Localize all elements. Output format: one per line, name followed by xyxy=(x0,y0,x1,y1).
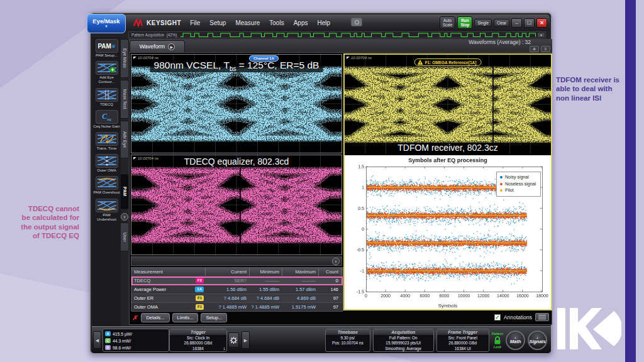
measurement-table: Measurement Current Minimum Maximum Coun… xyxy=(131,267,343,311)
pattern-dropdown-button[interactable]: ▼ xyxy=(537,32,545,38)
table-button-row: ✗ Details... Limits... Setup... xyxy=(131,313,227,322)
math-button[interactable]: ▲ Math xyxy=(506,331,525,350)
pattern-lock-indicator: Pattern Lock xyxy=(492,332,503,349)
tab-mask-test[interactable]: Mask Test xyxy=(121,80,129,119)
annotations-toggle-row: ✓ Annotations xyxy=(494,313,549,321)
menu-hamburger-icon[interactable]: ≡ xyxy=(541,46,550,52)
scroll-left-button[interactable]: ◀ xyxy=(93,331,101,349)
sidebar-item-label: TDECQ xyxy=(100,102,113,107)
tab-adv-eye[interactable]: Adv Eye xyxy=(121,121,129,158)
pattern-acquisition-bar: Pattern Acquisition (42%) ▼ xyxy=(128,31,546,38)
minimize-button[interactable]: – xyxy=(511,18,522,28)
timestamp-label: 10.00704 ns xyxy=(133,156,158,160)
source-badge: 1A xyxy=(195,287,204,292)
clear-button[interactable]: Clear xyxy=(494,19,509,27)
play-icon[interactable]: ▶ xyxy=(168,43,175,50)
acquisition-title: Acquisition xyxy=(374,329,433,335)
details-button[interactable]: Details... xyxy=(141,313,169,322)
menu-help[interactable]: Help xyxy=(317,19,330,26)
table-row-average-power[interactable]: Average Power 1A 1.56 dBm 1.55 dBm 1.57 … xyxy=(131,285,343,294)
eye-mask-mode-button[interactable]: Eye/Mask ▼ xyxy=(87,14,126,33)
sidebar-item-pam-overshoot[interactable]: PAM Overshoot xyxy=(93,176,120,195)
source-badge: F1 xyxy=(196,304,204,310)
frame-trigger-panel[interactable]: Frame Trigger Src: Front Panel 26.880000… xyxy=(436,329,489,352)
background-purple-bar xyxy=(625,0,636,362)
trigger-corner-number: 1 xyxy=(223,347,225,351)
collapse-bar[interactable]: ∨ xyxy=(131,256,342,266)
setup-button[interactable]: Setup... xyxy=(201,313,227,322)
tab-waveform[interactable]: Waveform ▶ xyxy=(130,40,185,52)
scroll-right-button[interactable]: ▶ xyxy=(242,331,250,349)
chart-title: Symbols after EQ processing xyxy=(345,157,551,163)
eye-yellow-title: TDFOM receiver, 802.3cz xyxy=(394,143,502,153)
sidebar-item-ceq-noise-gain[interactable]: Ceq Ceq Noise Gain xyxy=(93,110,120,129)
trigger-panel[interactable]: Trigger Src: Clock In 26.880000 GBd 1638… xyxy=(169,329,227,352)
table-row-outer-er[interactable]: Outer ER F1 ? 4.684 dB ? 4.684 dB 4.869 … xyxy=(131,294,343,303)
eye-diagram-cyan-panel[interactable]: 10.00704 ns Channel 1A 980nm VCSEL, Tbs … xyxy=(131,54,342,153)
annotations-label: Annotations xyxy=(504,314,532,321)
sidebar-item-pam-setup[interactable]: PAM⊕ PAM Setup... xyxy=(93,39,120,58)
eye-diagram-yellow-panel[interactable]: 10.00704 ns ! F1: OMEGA Reference[1A] TD… xyxy=(345,55,551,154)
delete-measurement-icon[interactable]: ✗ xyxy=(132,314,137,321)
col-count: Count xyxy=(319,268,341,276)
maximize-button[interactable]: ☐ xyxy=(524,18,535,28)
col-current: Current xyxy=(206,268,250,276)
gear-icon[interactable] xyxy=(228,332,239,348)
limits-button[interactable]: Limits... xyxy=(172,313,199,322)
annotations-checkbox[interactable]: ✓ xyxy=(494,314,501,321)
single-button[interactable]: Single xyxy=(474,19,492,27)
tdfom-panel: 10.00704 ns ! F1: OMEGA Reference[1A] TD… xyxy=(343,53,552,310)
zoom-tool-icon[interactable]: ⊕ xyxy=(530,46,539,52)
outer-oma-icon xyxy=(96,154,118,168)
col-maximum: Maximum xyxy=(282,268,319,276)
col-measurement: Measurement xyxy=(131,268,206,276)
menu-tools[interactable]: Tools xyxy=(269,19,284,26)
channel-c-value: 44.3 mW/ xyxy=(113,339,131,343)
tab-user[interactable]: User xyxy=(121,222,129,251)
legend-marker-pilot xyxy=(500,189,502,192)
channel-d-value: 98.6 mW/ xyxy=(113,346,131,350)
timestamp-label: 10.00704 ns xyxy=(347,56,372,60)
sidebar-item-add-eye-contour[interactable]: Add Eye Contour... xyxy=(93,61,120,84)
sidebar-item-pam-undershoot[interactable]: PAM Undershoot xyxy=(93,199,120,222)
sidebar-item-label: PAM Overshoot xyxy=(94,190,120,195)
tab-eye-meas[interactable]: Eye Meas xyxy=(121,39,129,78)
signals-button[interactable]: ▲ Signals xyxy=(528,331,547,350)
sidebar-item-trans-time[interactable]: Trans. Time xyxy=(93,132,120,151)
status-bar: ◀ A415.5 µW/ C44.3 mW/ D98.6 mW/ Trigger… xyxy=(92,326,551,353)
menu-apps[interactable]: Apps xyxy=(294,19,308,26)
menu-file[interactable]: File xyxy=(190,19,200,26)
acquisition-panel[interactable]: Acquisition Full Pattern: On 15.98999023… xyxy=(373,329,434,352)
run-stop-button[interactable]: Run Stop xyxy=(457,16,472,29)
eye-diagram-pink-panel[interactable]: 10.00704 ns TDECQ equalizer, 802.3cd xyxy=(131,155,342,255)
close-button[interactable]: ✕ xyxy=(536,18,547,28)
menu-setup[interactable]: Setup xyxy=(209,19,226,26)
eye-diagram-yellow xyxy=(345,55,551,154)
timebase-title: Timebase xyxy=(326,329,370,335)
timebase-panel[interactable]: Timebase 9.30 ps/ Pos: 10.00704 ns xyxy=(325,329,370,352)
acquisition-body: Full Pattern: On 15.98999023 pts/UI Smoo… xyxy=(374,335,433,352)
screenshot-camera-icon[interactable] xyxy=(351,18,362,26)
cursor-line[interactable] xyxy=(492,66,494,143)
table-row-outer-oma[interactable]: Outer OMA F1 ? 1.4885 mW ? 1.4885 mW 1.5… xyxy=(131,303,343,312)
pattern-acquisition-percent: (42%) xyxy=(167,33,177,37)
channel-levels-panel[interactable]: A415.5 µW/ C44.3 mW/ D98.6 mW/ xyxy=(103,329,169,352)
tab-pam[interactable]: PAM xyxy=(121,174,129,209)
collapse-chevron-icon[interactable]: ∨ xyxy=(332,258,340,265)
annotations-list-icon[interactable] xyxy=(535,313,549,321)
auto-scale-button[interactable]: Auto Scale xyxy=(440,16,456,29)
symbols-scatter-plot[interactable]: Symbols after EQ processing Symbols Nois… xyxy=(345,155,551,309)
sidebar-item-label: Add Eye Contour... xyxy=(93,75,120,84)
pam-undershoot-icon xyxy=(96,199,118,212)
trigger-body: Src: Clock In 26.880000 GBd 16384 xyxy=(170,335,226,352)
ko-logo xyxy=(557,304,621,354)
cursor-line[interactable] xyxy=(240,168,241,243)
keysight-spark-icon xyxy=(133,19,144,27)
channel-d-badge: D xyxy=(105,345,111,350)
sidebar-item-tdecq[interactable]: TDECQ xyxy=(93,88,120,107)
menu-measure[interactable]: Measure xyxy=(235,19,260,26)
table-row-tdecq[interactable]: TDECQ F2 SER? ——— ——— 0 xyxy=(131,277,343,285)
tab-strip-chevron-icon[interactable]: ∨ xyxy=(121,213,128,221)
eye-mask-label: Eye/Mask xyxy=(87,18,125,25)
sidebar-item-outer-oma[interactable]: Outer OMA xyxy=(93,154,120,173)
